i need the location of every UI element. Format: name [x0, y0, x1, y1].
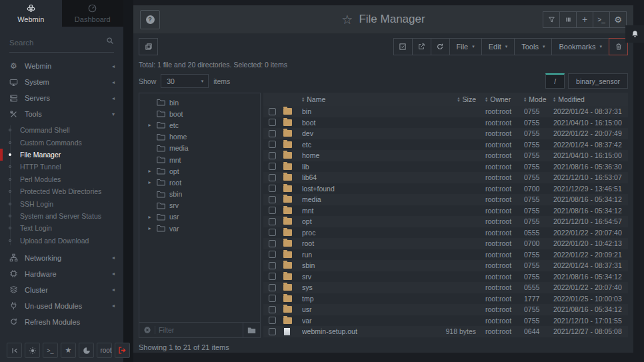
row-checkbox[interactable] — [269, 229, 276, 236]
sidebar-subitem[interactable]: Protected Web Directories — [0, 185, 123, 197]
column-header-size[interactable]: ▴▾ Size — [419, 95, 485, 103]
tree-item[interactable]: mnt — [139, 154, 260, 165]
file-name[interactable]: opt — [302, 217, 419, 225]
terminal-button[interactable]: >_ — [43, 343, 58, 358]
tree-item[interactable]: home — [139, 131, 260, 143]
table-row[interactable]: media root:root 0755 2021/08/16 - 05:34:… — [263, 194, 628, 205]
terminal-header-button[interactable]: >_ — [593, 11, 610, 28]
row-checkbox[interactable] — [269, 207, 276, 214]
favorite-star-icon[interactable]: ☆ — [341, 12, 353, 27]
file-name[interactable]: sbin — [302, 261, 419, 269]
row-checkbox[interactable] — [269, 119, 276, 126]
table-row[interactable]: var root:root 0755 2021/12/10 - 17:01:55 — [263, 315, 628, 327]
tree-expand-icon[interactable] — [147, 179, 153, 185]
row-checkbox[interactable] — [269, 185, 276, 192]
sidebar-item-hardware[interactable]: Hardware ◂ — [0, 266, 123, 282]
tree-item[interactable]: sbin — [139, 189, 260, 200]
table-row[interactable]: srv root:root 0755 2021/08/16 - 05:34:12 — [263, 271, 628, 283]
file-name[interactable]: var — [302, 317, 419, 325]
select-all-button[interactable] — [393, 38, 413, 55]
path-tab-binary-sensor[interactable]: binary_sensor — [568, 73, 628, 89]
row-checkbox[interactable] — [269, 284, 276, 291]
tree-item[interactable]: boot — [139, 108, 260, 119]
table-row[interactable]: tmp root:root 1777 2022/01/25 - 10:00:03 — [263, 293, 628, 305]
file-menu-button[interactable]: File ▾ — [449, 38, 482, 55]
filter-button[interactable] — [543, 11, 560, 28]
sidebar-subitem[interactable]: Text Login — [0, 222, 123, 234]
row-checkbox[interactable] — [269, 163, 276, 170]
path-tab-root[interactable]: / — [545, 73, 565, 89]
file-name[interactable]: dev — [302, 129, 419, 137]
row-checkbox[interactable] — [269, 251, 276, 258]
file-name[interactable]: etc — [302, 141, 419, 149]
row-checkbox[interactable] — [269, 328, 276, 335]
settings-button[interactable]: ⚙ — [609, 11, 627, 28]
table-row[interactable]: sys root:root 0555 2022/01/22 - 20:07:40 — [263, 282, 628, 293]
sidebar-subitem[interactable]: File Manager — [0, 149, 123, 161]
tree-expand-icon[interactable] — [147, 214, 153, 220]
columns-button[interactable] — [559, 11, 577, 28]
column-header-name[interactable]: ▴▾ Name — [302, 95, 419, 103]
row-checkbox[interactable] — [269, 218, 276, 225]
file-name[interactable]: proc — [302, 229, 419, 237]
add-button[interactable]: + — [576, 11, 593, 28]
file-name[interactable]: home — [302, 151, 419, 159]
table-row[interactable]: sbin root:root 0755 2022/01/24 - 08:37:3… — [263, 260, 628, 271]
column-header-modified[interactable]: ▴▾ Modified — [553, 95, 628, 103]
sidebar-item-cluster[interactable]: Cluster ◂ — [0, 282, 123, 298]
collapse-sidebar-button[interactable] — [7, 343, 22, 358]
edit-menu-button[interactable]: Edit ▾ — [481, 38, 515, 55]
sidebar-item-refresh-modules[interactable]: Refresh Modules — [0, 314, 123, 330]
file-name[interactable]: bin — [302, 107, 419, 115]
tree-item[interactable]: media — [139, 143, 260, 154]
table-row[interactable]: lib root:root 0755 2021/08/16 - 05:36:30 — [263, 161, 628, 173]
table-row[interactable]: mnt root:root 0755 2021/08/16 - 05:34:12 — [263, 205, 628, 217]
favorites-button[interactable]: ★ — [61, 343, 76, 358]
sidebar-subitem[interactable]: HTTP Tunnel — [0, 161, 123, 173]
file-name[interactable]: srv — [302, 273, 419, 281]
table-row[interactable]: usr root:root 0755 2021/08/16 - 05:34:12 — [263, 304, 628, 315]
tree-item[interactable]: bin — [139, 97, 260, 108]
clear-filter-icon[interactable] — [143, 326, 151, 334]
row-checkbox[interactable] — [269, 295, 276, 302]
row-checkbox[interactable] — [269, 141, 276, 148]
tree-item[interactable]: usr — [139, 211, 260, 223]
tree-folder-button[interactable] — [243, 323, 260, 337]
row-checkbox[interactable] — [269, 262, 276, 269]
filter-input[interactable] — [159, 326, 243, 334]
tree-item[interactable]: srv — [139, 200, 260, 211]
row-checkbox[interactable] — [269, 174, 276, 181]
row-checkbox[interactable] — [269, 240, 276, 247]
table-row[interactable]: lost+found root:root 0700 2021/12/29 - 1… — [263, 183, 628, 195]
user-button[interactable]: root — [97, 343, 112, 358]
tools-menu-button[interactable]: Tools ▾ — [514, 38, 552, 55]
bookmarks-menu-button[interactable]: Bookmarks ▾ — [551, 38, 609, 55]
sidebar-subitem[interactable]: Perl Modules — [0, 173, 123, 185]
file-name[interactable]: lib — [302, 163, 419, 171]
table-row[interactable]: home root:root 0755 2021/04/10 - 16:15:0… — [263, 150, 628, 161]
row-checkbox[interactable] — [269, 152, 276, 159]
export-button[interactable] — [412, 38, 431, 55]
row-checkbox[interactable] — [269, 130, 276, 137]
table-row[interactable]: etc root:root 0755 2022/01/24 - 08:37:42 — [263, 139, 628, 151]
row-checkbox[interactable] — [269, 196, 276, 203]
clone-tab-button[interactable] — [139, 38, 158, 55]
column-header-owner[interactable]: ▴▾ Owner — [485, 95, 524, 103]
file-name[interactable]: webmin-setup.out — [302, 327, 419, 335]
file-name[interactable]: boot — [302, 119, 419, 127]
file-name[interactable]: media — [302, 195, 419, 203]
logout-button[interactable] — [115, 343, 130, 358]
sidebar-item-webmin[interactable]: ⚙ Webmin ◂ — [0, 58, 123, 74]
file-name[interactable]: tmp — [302, 295, 419, 303]
sidebar-subitem[interactable]: Command Shell — [0, 124, 123, 136]
tree-expand-icon[interactable] — [147, 122, 153, 128]
sidebar-item-tools[interactable]: Tools ▾ — [0, 106, 123, 122]
sidebar-subitem[interactable]: System and Server Status — [0, 210, 123, 222]
sidebar-item-networking[interactable]: Networking ◂ — [0, 250, 123, 266]
sidebar-item-system[interactable]: System ◂ — [0, 74, 123, 90]
search-input[interactable] — [9, 39, 114, 47]
file-name[interactable]: sys — [302, 283, 419, 291]
tab-webmin[interactable]: Webmin — [0, 0, 62, 27]
sidebar-subitem[interactable]: SSH Login — [0, 197, 123, 209]
table-row[interactable]: lib64 root:root 0755 2021/12/10 - 16:53:… — [263, 172, 628, 183]
